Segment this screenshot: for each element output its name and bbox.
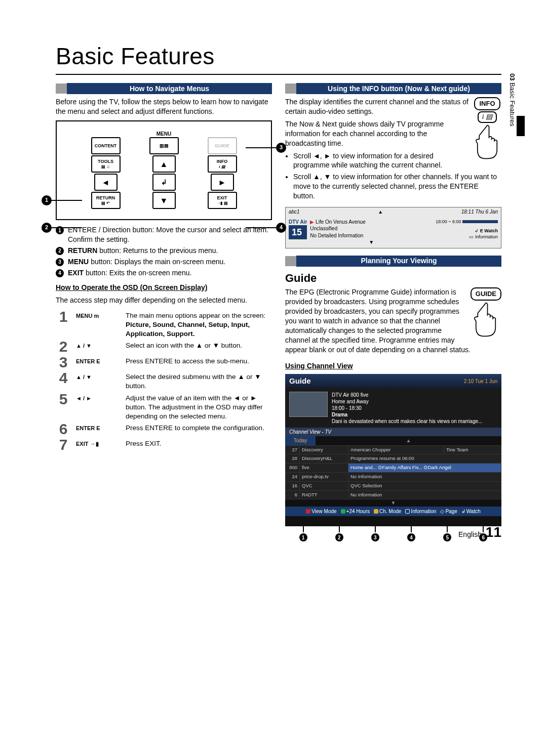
channel-grid: 27DiscoveryAmerican ChopperTine Team 28D… [285, 445, 501, 500]
info-p2: The Now & Next guide shows daily TV prog… [285, 119, 501, 148]
left-column: How to Navigate Menus Before using the T… [56, 82, 272, 541]
callout-2: 2 [42, 223, 52, 233]
table-row: 27DiscoveryAmerican ChopperTine Team [286, 445, 501, 454]
remote-diagram: 1 2 3 4 MENU CONTENT ▥▤ GUIDE TOOLS▤ ♫ ▲… [56, 120, 272, 221]
info-bullets: Scroll ◄, ► to view information for a de… [293, 151, 501, 201]
info-p1: The display identifies the current chann… [285, 97, 501, 116]
section-tab: 03 Basic Features [507, 73, 517, 127]
guide-footer: View Mode +24 Hours Ch. Mode Information… [285, 507, 501, 517]
channel-view-panel: Guide 2:10 Tue 1 Jun DTV Air 800 five Ho… [285, 374, 501, 526]
guide-button-illustration: GUIDE [471, 287, 501, 337]
callout-4: 4 [276, 223, 286, 233]
callout-1: 1 [42, 195, 52, 205]
guide-heading: Guide [285, 271, 501, 286]
intro-text: Before using the TV, follow the steps be… [56, 97, 272, 116]
section-heading: Using the INFO button (Now & Next guide) [296, 83, 501, 94]
return-key[interactable]: RETURN▤ ↶ [91, 192, 121, 209]
section-tab-label: Basic Features [507, 82, 517, 127]
guide-key[interactable]: GUIDE [208, 137, 237, 154]
table-row: 6R4DTTNo Information [286, 490, 501, 499]
right-key[interactable]: ► [211, 174, 234, 191]
table-row: 24price-drop.tvNo Information [286, 473, 501, 482]
now-next-panel: abc1 ▲ 18:11 Thu 6 Jan DTV Air 15 ▶ Life… [285, 207, 501, 248]
section-tab-number: 03 [507, 73, 517, 80]
page-number: English 11 [458, 523, 501, 542]
page-title: Basic Features [56, 40, 501, 72]
remote-legend: 1ENTERE / Direction button: Move the cur… [56, 225, 272, 277]
guide-text: The EPG (Electronic Programme Guide) inf… [285, 287, 501, 354]
tools-key[interactable]: TOOLS▤ ♫ [91, 155, 121, 173]
exit-key[interactable]: EXIT→▮ ▤ [208, 192, 237, 209]
callout-3: 3 [276, 143, 286, 153]
left-key[interactable]: ◄ [94, 174, 118, 191]
osd-steps: 1 MENU m The main menu options appear on… [56, 309, 272, 453]
content-key[interactable]: CONTENT [91, 137, 121, 154]
menu-key[interactable]: ▥▤ [149, 137, 179, 154]
section-bar-info: Using the INFO button (Now & Next guide) [285, 83, 501, 94]
section-bar-navigate: How to Navigate Menus [56, 83, 272, 94]
info-key[interactable]: INFOi ▤ [208, 155, 237, 173]
hand-icon [473, 124, 501, 159]
using-channel-view: Using Channel View [285, 361, 501, 371]
guide-keycap: GUIDE [471, 287, 501, 301]
info-button-illustration: INFO i ▤ [473, 97, 501, 159]
section-heading: How to Navigate Menus [67, 83, 272, 94]
osd-note: The access step may differ depending on … [56, 296, 272, 305]
table-row: 16QVCQVC Selection [286, 481, 501, 490]
section-heading: Planning Your Viewing [296, 256, 501, 267]
right-column: Using the INFO button (Now & Next guide)… [285, 82, 501, 541]
table-row: 28DiscoveryH&LProgrammes resume at 06:00 [286, 454, 501, 464]
programme-thumbnail [289, 392, 328, 417]
table-row: 800fiveHome and... ⊙Family Affairs Fiv..… [286, 464, 501, 473]
down-key[interactable]: ▼ [152, 192, 176, 209]
section-bar-planning: Planning Your Viewing [285, 256, 501, 267]
osd-heading: How to Operate the OSD (On Screen Displa… [56, 283, 272, 292]
title-rule [56, 74, 501, 75]
info-keycap: INFO [474, 97, 500, 110]
hand-icon [472, 302, 500, 337]
menu-label: MENU [77, 131, 251, 138]
enter-key[interactable]: ↲ [152, 174, 176, 191]
up-key[interactable]: ▲ [152, 155, 176, 173]
